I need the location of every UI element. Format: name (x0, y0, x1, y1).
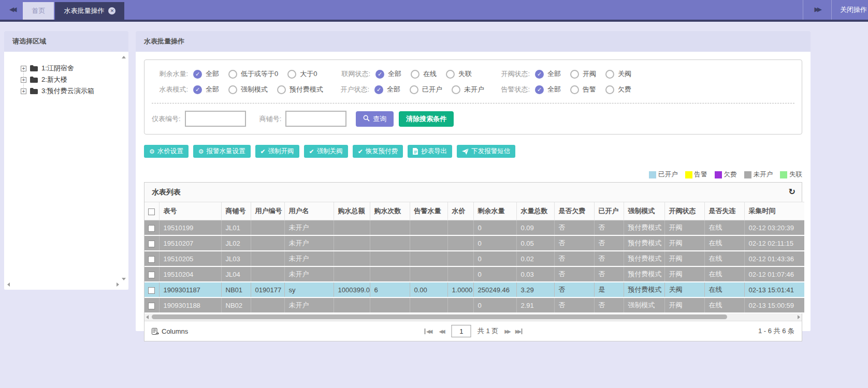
row-checkbox[interactable] (148, 303, 155, 309)
radio-label[interactable]: 全部 (547, 85, 561, 94)
radio-全部[interactable]: ✓ (535, 70, 544, 79)
radio-label[interactable]: 预付费模式 (290, 85, 323, 94)
radio-label[interactable]: 低于或等于0 (241, 69, 278, 79)
radio-label[interactable]: 在线 (423, 69, 437, 79)
radio-已开户[interactable] (410, 85, 418, 94)
radio-开阀[interactable] (570, 70, 579, 79)
tab-batch-operation[interactable]: 水表批量操作✕ (55, 2, 124, 20)
prev-page-icon[interactable]: ◀◀ (439, 329, 445, 334)
radio-label[interactable]: 开阀 (583, 69, 596, 79)
radio-未开户[interactable] (452, 85, 460, 94)
radio-强制模式[interactable] (228, 85, 237, 94)
action-button-水价设置[interactable]: ⚙水价设置 (144, 145, 189, 158)
tree-node-3[interactable]: +3:预付费云演示箱 (21, 86, 124, 96)
column-header-强制模式[interactable]: 强制模式 (624, 202, 664, 220)
radio-label[interactable]: 大于0 (300, 69, 317, 79)
action-button-强制开阀[interactable]: ✔强制开阀 (255, 145, 299, 158)
columns-button[interactable]: Columns (152, 327, 188, 335)
table-row[interactable]: 19510199JL01未开户00.09否否预付费模式开阀在线02-12 03:… (144, 220, 804, 236)
column-header-水量总数[interactable]: 水量总数 (516, 202, 554, 220)
tree-node-2[interactable]: +2:新大楼 (21, 74, 124, 85)
tab-close-icon[interactable]: ✕ (108, 7, 115, 14)
radio-label[interactable]: 全部 (206, 85, 219, 94)
radio-关阀[interactable] (605, 70, 614, 79)
tree-scroll-up-icon[interactable] (122, 56, 126, 58)
radio-失联[interactable] (446, 70, 455, 79)
scrollbar-left-icon[interactable] (146, 315, 149, 319)
scroll-tabs-right-icon[interactable]: ▶▶ (803, 6, 831, 13)
radio-全部[interactable]: ✓ (375, 70, 384, 79)
column-header-用户名[interactable]: 用户名 (284, 202, 334, 220)
column-header-水价[interactable]: 水价 (447, 202, 473, 220)
row-checkbox[interactable] (148, 272, 155, 278)
radio-label[interactable]: 欠费 (618, 85, 631, 94)
radio-低于或等于0[interactable] (228, 70, 237, 79)
row-checkbox[interactable] (148, 241, 155, 247)
clear-search-button[interactable]: 清除搜索条件 (399, 111, 454, 127)
table-row[interactable]: 1909301187NB010190177sy1000399.0060.001.… (144, 282, 804, 297)
table-row[interactable]: 1909301188NB02未开户02.91否否强制模式开阀在线02-13 15… (144, 297, 804, 313)
shop-no-input[interactable] (285, 111, 346, 127)
column-header-告警水量[interactable]: 告警水量 (410, 202, 447, 220)
radio-label[interactable]: 强制模式 (241, 85, 268, 94)
column-header-商铺号[interactable]: 商铺号 (221, 202, 251, 220)
row-checkbox[interactable] (148, 225, 155, 232)
column-header-是否欠费[interactable]: 是否欠费 (554, 202, 594, 220)
radio-label[interactable]: 失联 (458, 69, 472, 79)
radio-全部[interactable]: ✓ (193, 85, 202, 94)
meter-no-input[interactable] (185, 111, 246, 127)
radio-label[interactable]: 全部 (387, 85, 400, 94)
column-header-已开户[interactable]: 已开户 (594, 202, 624, 220)
column-header-购水次数[interactable]: 购水次数 (370, 202, 410, 220)
radio-label[interactable]: 全部 (206, 69, 219, 79)
tree-scroll-down-icon[interactable] (122, 278, 126, 280)
action-button-强制关阀[interactable]: ✔强制关阀 (304, 145, 348, 158)
column-header-购水总额[interactable]: 购水总额 (334, 202, 370, 220)
action-button-抄表导出[interactable]: 抄表导出 (408, 145, 452, 158)
next-page-icon[interactable]: ▶▶ (504, 329, 511, 334)
last-page-icon[interactable]: ▶▶ (515, 329, 522, 334)
radio-大于0[interactable] (287, 70, 296, 79)
select-all-checkbox[interactable] (148, 208, 155, 215)
scrollbar-thumb[interactable] (152, 315, 727, 319)
expand-icon[interactable]: + (21, 66, 26, 71)
radio-label[interactable]: 告警 (583, 85, 596, 94)
close-operations-menu[interactable]: 关闭操作 (832, 5, 868, 14)
action-button-下发报警短信[interactable]: 下发报警短信 (457, 145, 515, 158)
column-header-剩余水量[interactable]: 剩余水量 (473, 202, 516, 220)
radio-全部[interactable]: ✓ (535, 85, 544, 94)
column-header-是否失连[interactable]: 是否失连 (704, 202, 744, 220)
table-row[interactable]: 19510207JL02未开户00.05否否预付费模式开阀在线02-12 02:… (144, 235, 804, 251)
radio-label[interactable]: 全部 (547, 69, 561, 79)
action-button-报警水量设置[interactable]: ⚙报警水量设置 (193, 145, 251, 158)
tree-scroll-left-icon[interactable] (7, 282, 10, 287)
tab-home[interactable]: 首页 (23, 2, 54, 20)
radio-预付费模式[interactable] (277, 85, 286, 94)
radio-全部[interactable]: ✓ (193, 70, 202, 79)
refresh-icon[interactable]: ↻ (789, 187, 795, 197)
radio-全部[interactable]: ✓ (374, 85, 383, 94)
table-horizontal-scrollbar[interactable] (144, 314, 802, 321)
scroll-tabs-left-icon[interactable]: ◀◀ (5, 6, 19, 13)
radio-欠费[interactable] (605, 85, 614, 94)
table-row[interactable]: 19510205JL03未开户00.02否否预付费模式开阀在线02-12 01:… (144, 251, 804, 266)
column-header-用户编号[interactable]: 用户编号 (251, 202, 284, 220)
first-page-icon[interactable]: ◀◀ (424, 329, 432, 334)
action-button-恢复预付费[interactable]: ✔恢复预付费 (353, 145, 403, 158)
radio-在线[interactable] (411, 70, 419, 79)
expand-icon[interactable]: + (21, 88, 26, 94)
radio-label[interactable]: 全部 (388, 69, 401, 79)
column-header-表号[interactable]: 表号 (159, 202, 221, 220)
row-checkbox[interactable] (148, 287, 155, 294)
expand-icon[interactable]: + (21, 77, 26, 83)
scrollbar-right-icon[interactable] (798, 315, 800, 319)
tree-scroll-right-icon[interactable] (117, 282, 119, 287)
column-header-采集时间[interactable]: 采集时间 (744, 202, 804, 220)
search-button[interactable]: 查询 (356, 111, 394, 127)
page-number-input[interactable] (452, 325, 471, 337)
radio-告警[interactable] (570, 85, 579, 94)
radio-label[interactable]: 未开户 (464, 85, 484, 94)
column-header-开阀状态[interactable]: 开阀状态 (664, 202, 704, 220)
row-checkbox[interactable] (148, 256, 155, 263)
radio-label[interactable]: 已开户 (422, 85, 442, 94)
